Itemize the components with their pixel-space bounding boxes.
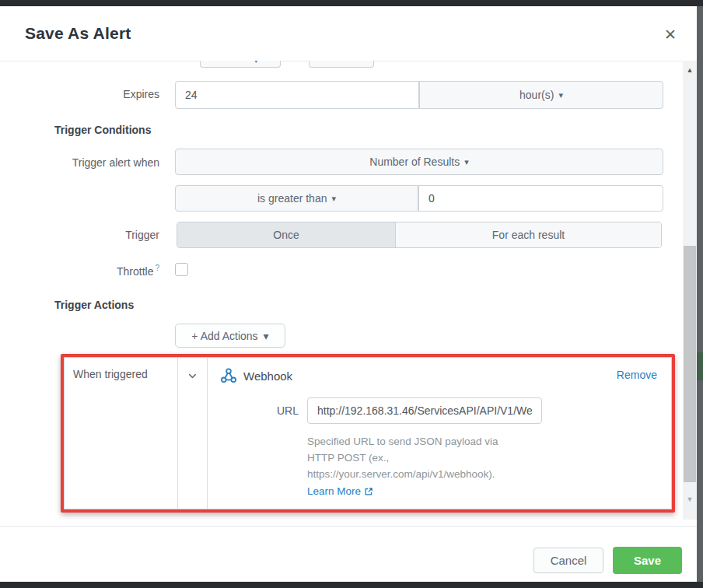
threshold-input[interactable] [418,185,663,212]
help-icon[interactable]: ? [155,264,159,272]
trigger-alert-when-value: Number of Results [369,156,460,168]
backdrop-bottom-edge [0,582,703,588]
url-label: URL [254,404,299,417]
cancel-button[interactable]: Cancel [533,548,603,573]
caret-down-icon: ▾ [558,90,563,100]
scrollbar-thumb[interactable] [684,246,696,482]
url-help-line: HTTP POST (ex., [307,450,525,467]
webhook-icon [220,367,237,384]
trigger-segmented-control: Once For each result [177,222,662,248]
scrollbar-down-arrow-icon[interactable]: ▼ [683,493,697,506]
throttle-label-text: Throttle [117,265,153,278]
scrollbar[interactable]: ▲ ▼ [683,61,697,520]
learn-more-link[interactable]: Learn More [307,484,373,500]
caret-down-icon: ▾ [254,61,258,65]
action-name: Webhook [243,369,292,383]
footer-divider [0,526,697,527]
throttle-checkbox[interactable] [175,263,188,276]
when-triggered-label: When triggered [65,358,178,509]
caret-down-icon: ▾ [464,157,469,167]
collapse-action-toggle[interactable] [178,358,208,509]
caret-down-icon: ▾ [331,194,336,204]
url-help-text: Specified URL to send JSON payload via H… [307,434,525,500]
expires-label: Expires [31,88,159,100]
url-help-line: Specified URL to send JSON payload via [307,434,525,450]
trigger-conditions-heading: Trigger Conditions [54,124,151,136]
remove-action-link[interactable]: Remove [617,369,657,381]
webhook-action-body: Webhook Remove URL Specified URL to send… [208,358,671,509]
learn-more-label: Learn More [307,484,361,500]
url-help-line: https://your.server.com/api/v1/webhook). [307,467,525,483]
add-actions-button[interactable]: + Add Actions ▾ [175,324,285,348]
trigger-label: Trigger [31,229,159,241]
dialog-title: Save As Alert [25,24,131,43]
save-button[interactable]: Save [613,547,682,574]
scrollbar-up-arrow-icon[interactable]: ▲ [683,64,697,76]
comparator-dropdown[interactable]: is greater than ▾ [175,185,418,212]
trigger-alert-when-label: Trigger alert when [31,156,159,169]
trigger-actions-panel: When triggered [64,357,672,509]
chevron-down-icon [187,370,198,382]
trigger-option-once[interactable]: Once [177,222,396,247]
backdrop-right-edge [697,6,703,582]
backdrop-green-fragment [697,352,703,380]
comparator-value: is greater than [257,192,327,205]
expires-unit-dropdown[interactable]: hour(s) ▾ [419,81,663,109]
expires-input[interactable] [175,81,419,109]
backdrop-top-edge [0,0,703,6]
caret-down-icon: ▾ [264,330,269,342]
close-icon[interactable]: ✕ [661,26,680,44]
trigger-alert-when-dropdown[interactable]: Number of Results ▾ [175,149,663,175]
expires-unit-value: hour(s) [519,89,554,101]
webhook-url-input[interactable] [307,397,542,424]
add-actions-label: + Add Actions [191,330,257,342]
trigger-actions-heading: Trigger Actions [54,299,134,311]
external-link-icon [364,487,373,496]
trigger-option-for-each-result[interactable]: For each result [396,222,661,247]
clipped-button-right[interactable] [309,61,374,68]
clipped-button-left[interactable]: ▾ [200,61,281,68]
save-as-alert-dialog: Save As Alert ✕ ▾ Expires hour(s) ▾ Trig… [0,6,697,582]
throttle-label: Throttle? [31,264,159,278]
red-annotation-box: When triggered [61,354,675,513]
